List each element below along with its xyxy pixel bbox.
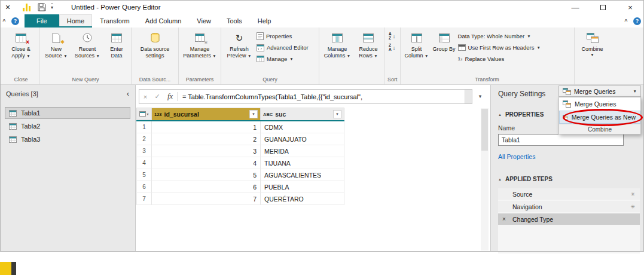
formula-scrollbar[interactable]	[465, 90, 472, 103]
select-all-corner[interactable]: ▾	[136, 108, 152, 120]
refresh-preview-button[interactable]: ↻ Refresh Preview ▼	[224, 29, 255, 75]
filter-dropdown-icon[interactable]: ▼	[249, 110, 258, 118]
powerbi-taskbar-icon[interactable]	[0, 262, 16, 275]
row-number[interactable]: 2	[136, 133, 152, 145]
close-and-apply-button[interactable]: × Close & Apply ▼	[5, 29, 37, 75]
menu-item-merge-queries[interactable]: Merge Queries	[559, 97, 640, 111]
manage-button[interactable]: Manage ▼	[257, 54, 316, 63]
cell-suc[interactable]: PUEBLA	[261, 181, 344, 193]
ribbon-group-transform: Split Column ▼ Group By Data Type: Whole…	[401, 28, 575, 84]
combine-group-label: Combine	[559, 124, 640, 134]
tab-tools[interactable]: Tools	[219, 14, 250, 28]
tab-file[interactable]: File	[25, 14, 59, 28]
step-changed-type[interactable]: × Changed Type	[498, 213, 640, 225]
row-number[interactable]: 5	[136, 169, 152, 181]
reduce-rows-icon	[362, 31, 375, 44]
cell-id-sucursal[interactable]: 5	[152, 169, 261, 181]
table-icon	[9, 123, 17, 130]
close-button[interactable]: ×	[616, 0, 644, 14]
query-item-tabla2[interactable]: Tabla2	[5, 120, 130, 132]
cell-id-sucursal[interactable]: 3	[152, 145, 261, 157]
cell-suc[interactable]: QUERÉTARO	[261, 193, 344, 205]
close-icon[interactable]: ×	[0, 2, 16, 12]
row-number[interactable]: 1	[136, 121, 152, 133]
group-label-sort: Sort	[387, 75, 398, 84]
cell-suc[interactable]: CDMX	[261, 121, 344, 133]
merge-queries-split-button[interactable]: Merge Queries ▼	[558, 85, 641, 97]
row-number[interactable]: 7	[136, 193, 152, 205]
cancel-formula-icon[interactable]: ×	[139, 93, 151, 100]
reduce-rows-button[interactable]: Reduce Rows ▼	[355, 29, 382, 75]
sort-ascending-button[interactable]: AZ ↓	[389, 32, 395, 40]
recent-sources-button[interactable]: Recent Sources ▼	[72, 29, 103, 75]
row-number[interactable]: 3	[136, 145, 152, 157]
delete-step-icon[interactable]: ×	[502, 216, 506, 222]
filter-dropdown-icon[interactable]: ▼	[333, 110, 341, 118]
merge-queries-menu: Merge Queries Merge Queries as New Combi…	[558, 97, 641, 135]
step-source[interactable]: Source ✳	[498, 188, 640, 200]
collapse-triangle-icon[interactable]: ▲	[498, 178, 502, 181]
caret-up-icon[interactable]: ^	[0, 14, 8, 28]
all-properties-link[interactable]: All Properties	[498, 153, 639, 160]
maximize-button[interactable]	[589, 0, 616, 14]
cell-suc[interactable]: AGUASCALIENTES	[261, 169, 344, 181]
step-navigation[interactable]: Navigation ✳	[498, 201, 640, 212]
data-type-dropdown[interactable]: Data Type: Whole Number ▼	[458, 32, 572, 41]
help-icon[interactable]: ?	[11, 17, 19, 25]
row-number[interactable]: 4	[136, 157, 152, 169]
window-title: Untitled - Power Query Editor	[71, 4, 161, 11]
help-icon[interactable]: ?	[633, 17, 641, 25]
enter-data-button[interactable]: Enter Data	[105, 29, 129, 75]
cell-id-sucursal[interactable]: 6	[152, 181, 261, 193]
new-source-button[interactable]: ✱ New Source ▼	[42, 29, 70, 75]
commit-formula-icon[interactable]: ✓	[151, 93, 163, 100]
menu-item-merge-queries-as-new[interactable]: Merge Queries as New	[559, 111, 640, 124]
manage-columns-button[interactable]: Manage Columns ▼	[322, 29, 353, 75]
column-header-id-sucursal[interactable]: 123 id_sucursal ▼	[152, 108, 261, 120]
grid-scrollbar[interactable]	[481, 108, 489, 250]
group-by-button[interactable]: Group By	[432, 29, 456, 75]
sort-descending-button[interactable]: ZA ↓	[389, 44, 395, 51]
use-first-row-as-headers-button[interactable]: Use First Row as Headers ▼	[458, 43, 572, 52]
properties-button[interactable]: Properties	[257, 32, 316, 41]
collapse-triangle-icon[interactable]: ▲	[498, 113, 502, 117]
replace-values-button[interactable]: 1₂ Replace Values	[458, 54, 572, 63]
combine-button[interactable]: Combine ▼	[577, 29, 608, 75]
cell-suc[interactable]: TIJUANA	[261, 157, 344, 169]
cell-suc[interactable]: GUANAJUATO	[261, 133, 344, 145]
replace-values-icon: 1₂	[458, 56, 463, 62]
tab-home[interactable]: Home	[59, 14, 92, 28]
cell-id-sucursal[interactable]: 7	[152, 193, 261, 205]
manage-columns-icon	[331, 31, 344, 44]
split-column-button[interactable]: Split Column ▼	[403, 29, 431, 75]
name-input[interactable]: Tabla1	[498, 134, 624, 146]
number-type-icon: 123	[154, 112, 162, 117]
row-number[interactable]: 6	[136, 181, 152, 193]
cell-id-sucursal[interactable]: 1	[152, 121, 261, 133]
merge-icon	[563, 100, 571, 108]
query-item-tabla3[interactable]: Tabla3	[5, 133, 130, 145]
advanced-editor-button[interactable]: Advanced Editor	[257, 43, 316, 52]
manage-parameters-button[interactable]: ✳ Manage Parameters ▼	[181, 29, 218, 75]
data-source-settings-button[interactable]: Data source settings	[134, 29, 176, 75]
cell-id-sucursal[interactable]: 2	[152, 133, 261, 145]
collapse-ribbon-icon[interactable]: ^	[622, 14, 630, 28]
tab-transform[interactable]: Transform	[92, 14, 138, 28]
tab-add-column[interactable]: Add Column	[138, 14, 190, 28]
column-header-suc[interactable]: ABC suc ▼	[261, 108, 344, 120]
expand-formula-bar-icon[interactable]: ▾	[474, 90, 486, 102]
tab-view[interactable]: View	[189, 14, 219, 28]
formula-input[interactable]: = Table.TransformColumnTypes(Tabla1_Tabl…	[178, 93, 465, 100]
cell-suc[interactable]: MERIDA	[261, 145, 344, 157]
collapse-pane-icon[interactable]: ‹	[127, 90, 129, 97]
minimize-button[interactable]: —	[561, 0, 589, 14]
table-row: 2 2 GUANAJUATO	[136, 133, 344, 145]
save-button[interactable]	[38, 3, 46, 11]
cell-id-sucursal[interactable]: 4	[152, 157, 261, 169]
tab-help[interactable]: Help	[250, 14, 279, 28]
quick-access-toolbar-arrow-icon[interactable]: ▾	[51, 4, 53, 11]
title-bar: × ▾ Untitled - Power Query Editor — ×	[0, 0, 644, 14]
query-item-tabla1[interactable]: Tabla1	[5, 107, 130, 119]
gear-icon[interactable]: ✳	[630, 204, 635, 210]
gear-icon[interactable]: ✳	[630, 191, 635, 197]
